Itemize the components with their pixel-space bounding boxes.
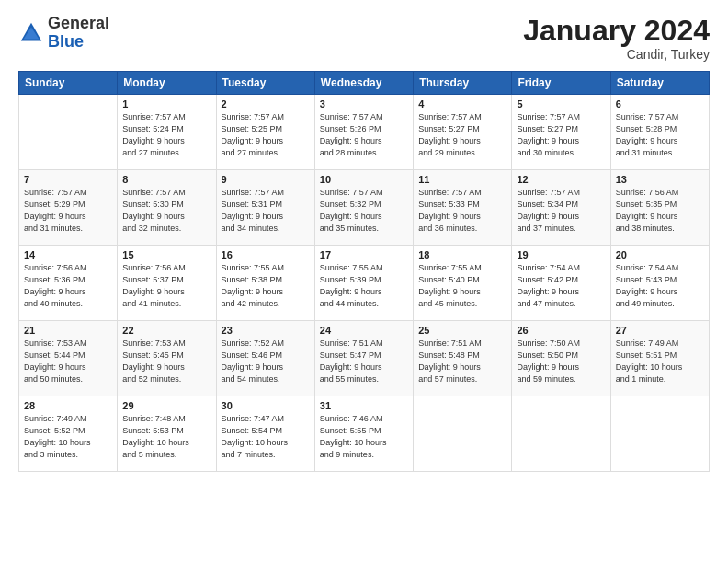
title-block: January 2024 Candir, Turkey — [523, 15, 710, 62]
calendar-cell: 27Sunrise: 7:49 AMSunset: 5:51 PMDayligh… — [610, 321, 709, 396]
day-info: Sunrise: 7:51 AMSunset: 5:48 PMDaylight:… — [418, 338, 506, 385]
logo-icon — [18, 20, 44, 46]
day-info: Sunrise: 7:50 AMSunset: 5:50 PMDaylight:… — [517, 338, 605, 385]
calendar-cell: 2Sunrise: 7:57 AMSunset: 5:25 PMDaylight… — [216, 95, 314, 170]
calendar-body: 1Sunrise: 7:57 AMSunset: 5:24 PMDaylight… — [19, 95, 710, 472]
calendar-cell: 7Sunrise: 7:57 AMSunset: 5:29 PMDaylight… — [19, 170, 118, 246]
calendar-cell: 28Sunrise: 7:49 AMSunset: 5:52 PMDayligh… — [19, 396, 118, 472]
day-info: Sunrise: 7:53 AMSunset: 5:44 PMDaylight:… — [24, 338, 112, 385]
day-number: 26 — [517, 325, 605, 336]
calendar-cell: 24Sunrise: 7:51 AMSunset: 5:47 PMDayligh… — [314, 321, 413, 396]
calendar-cell: 31Sunrise: 7:46 AMSunset: 5:55 PMDayligh… — [314, 396, 413, 472]
day-info: Sunrise: 7:57 AMSunset: 5:24 PMDaylight:… — [122, 111, 210, 159]
calendar-cell: 26Sunrise: 7:50 AMSunset: 5:50 PMDayligh… — [512, 321, 610, 396]
calendar-cell: 11Sunrise: 7:57 AMSunset: 5:33 PMDayligh… — [414, 170, 512, 246]
day-info: Sunrise: 7:46 AMSunset: 5:55 PMDaylight:… — [320, 413, 408, 461]
day-number: 18 — [418, 249, 506, 260]
calendar-cell — [19, 95, 118, 170]
weekday-header-saturday: Saturday — [610, 72, 709, 95]
day-number: 10 — [320, 174, 408, 185]
month-title: January 2024 — [523, 15, 710, 47]
weekday-header-wednesday: Wednesday — [314, 72, 413, 95]
weekday-header-thursday: Thursday — [414, 72, 512, 95]
day-info: Sunrise: 7:55 AMSunset: 5:39 PMDaylight:… — [320, 262, 408, 310]
header: General Blue January 2024 Candir, Turkey — [18, 15, 710, 62]
day-number: 30 — [222, 400, 310, 411]
calendar-cell: 4Sunrise: 7:57 AMSunset: 5:27 PMDaylight… — [414, 95, 512, 170]
calendar-cell: 3Sunrise: 7:57 AMSunset: 5:26 PMDaylight… — [314, 95, 413, 170]
weekday-header-tuesday: Tuesday — [216, 72, 314, 95]
day-number: 17 — [320, 249, 408, 260]
calendar-cell: 22Sunrise: 7:53 AMSunset: 5:45 PMDayligh… — [118, 321, 216, 396]
day-info: Sunrise: 7:51 AMSunset: 5:47 PMDaylight:… — [320, 338, 408, 385]
day-number: 5 — [517, 98, 605, 109]
day-number: 2 — [222, 98, 310, 109]
day-info: Sunrise: 7:57 AMSunset: 5:27 PMDaylight:… — [418, 111, 506, 159]
day-info: Sunrise: 7:56 AMSunset: 5:35 PMDaylight:… — [616, 187, 704, 235]
day-number: 13 — [616, 174, 704, 185]
calendar-cell: 15Sunrise: 7:56 AMSunset: 5:37 PMDayligh… — [118, 246, 216, 321]
calendar-cell: 14Sunrise: 7:56 AMSunset: 5:36 PMDayligh… — [19, 246, 118, 321]
calendar-cell: 17Sunrise: 7:55 AMSunset: 5:39 PMDayligh… — [314, 246, 413, 321]
day-number: 11 — [418, 174, 506, 185]
day-info: Sunrise: 7:57 AMSunset: 5:34 PMDaylight:… — [517, 187, 605, 235]
day-info: Sunrise: 7:57 AMSunset: 5:31 PMDaylight:… — [222, 187, 310, 235]
logo-blue-text: Blue — [48, 32, 84, 51]
day-number: 19 — [517, 249, 605, 260]
week-row-2: 14Sunrise: 7:56 AMSunset: 5:36 PMDayligh… — [19, 246, 710, 321]
calendar-cell: 19Sunrise: 7:54 AMSunset: 5:42 PMDayligh… — [512, 246, 610, 321]
day-info: Sunrise: 7:48 AMSunset: 5:53 PMDaylight:… — [122, 413, 210, 461]
day-info: Sunrise: 7:53 AMSunset: 5:45 PMDaylight:… — [122, 338, 210, 385]
day-info: Sunrise: 7:55 AMSunset: 5:40 PMDaylight:… — [418, 262, 506, 310]
calendar-cell — [512, 396, 610, 472]
day-info: Sunrise: 7:56 AMSunset: 5:37 PMDaylight:… — [122, 262, 210, 310]
calendar-cell — [610, 396, 709, 472]
week-row-0: 1Sunrise: 7:57 AMSunset: 5:24 PMDaylight… — [19, 95, 710, 170]
day-number: 6 — [616, 98, 704, 109]
calendar-cell: 1Sunrise: 7:57 AMSunset: 5:24 PMDaylight… — [118, 95, 216, 170]
day-info: Sunrise: 7:57 AMSunset: 5:27 PMDaylight:… — [517, 111, 605, 159]
day-info: Sunrise: 7:52 AMSunset: 5:46 PMDaylight:… — [222, 338, 310, 385]
weekday-header-sunday: Sunday — [19, 72, 118, 95]
day-number: 12 — [517, 174, 605, 185]
page: General Blue January 2024 Candir, Turkey… — [0, 0, 728, 563]
calendar-cell: 29Sunrise: 7:48 AMSunset: 5:53 PMDayligh… — [118, 396, 216, 472]
day-number: 24 — [320, 325, 408, 336]
day-number: 3 — [320, 98, 408, 109]
day-info: Sunrise: 7:57 AMSunset: 5:30 PMDaylight:… — [122, 187, 210, 235]
day-info: Sunrise: 7:47 AMSunset: 5:54 PMDaylight:… — [222, 413, 310, 461]
logo-general-text: General — [48, 14, 109, 32]
week-row-1: 7Sunrise: 7:57 AMSunset: 5:29 PMDaylight… — [19, 170, 710, 246]
day-number: 15 — [122, 249, 210, 260]
day-info: Sunrise: 7:57 AMSunset: 5:32 PMDaylight:… — [320, 187, 408, 235]
day-info: Sunrise: 7:57 AMSunset: 5:29 PMDaylight:… — [24, 187, 112, 235]
day-number: 29 — [122, 400, 210, 411]
calendar-cell: 13Sunrise: 7:56 AMSunset: 5:35 PMDayligh… — [610, 170, 709, 246]
day-info: Sunrise: 7:54 AMSunset: 5:42 PMDaylight:… — [517, 262, 605, 310]
day-number: 23 — [222, 325, 310, 336]
calendar-cell — [414, 396, 512, 472]
location-subtitle: Candir, Turkey — [523, 47, 710, 62]
calendar-cell: 12Sunrise: 7:57 AMSunset: 5:34 PMDayligh… — [512, 170, 610, 246]
day-info: Sunrise: 7:49 AMSunset: 5:51 PMDaylight:… — [616, 338, 704, 385]
day-info: Sunrise: 7:57 AMSunset: 5:28 PMDaylight:… — [616, 111, 704, 159]
day-number: 1 — [122, 98, 210, 109]
day-number: 28 — [24, 400, 112, 411]
calendar-cell: 20Sunrise: 7:54 AMSunset: 5:43 PMDayligh… — [610, 246, 709, 321]
weekday-header-row: SundayMondayTuesdayWednesdayThursdayFrid… — [19, 72, 710, 95]
day-number: 25 — [418, 325, 506, 336]
day-info: Sunrise: 7:54 AMSunset: 5:43 PMDaylight:… — [616, 262, 704, 310]
day-number: 31 — [320, 400, 408, 411]
day-info: Sunrise: 7:56 AMSunset: 5:36 PMDaylight:… — [24, 262, 112, 310]
day-number: 9 — [222, 174, 310, 185]
weekday-header-monday: Monday — [118, 72, 216, 95]
day-number: 22 — [122, 325, 210, 336]
calendar-table: SundayMondayTuesdayWednesdayThursdayFrid… — [18, 71, 710, 472]
day-number: 20 — [616, 249, 704, 260]
logo: General Blue — [18, 15, 109, 52]
calendar-cell: 30Sunrise: 7:47 AMSunset: 5:54 PMDayligh… — [216, 396, 314, 472]
week-row-3: 21Sunrise: 7:53 AMSunset: 5:44 PMDayligh… — [19, 321, 710, 396]
calendar-cell: 10Sunrise: 7:57 AMSunset: 5:32 PMDayligh… — [314, 170, 413, 246]
day-info: Sunrise: 7:57 AMSunset: 5:33 PMDaylight:… — [418, 187, 506, 235]
day-number: 16 — [222, 249, 310, 260]
